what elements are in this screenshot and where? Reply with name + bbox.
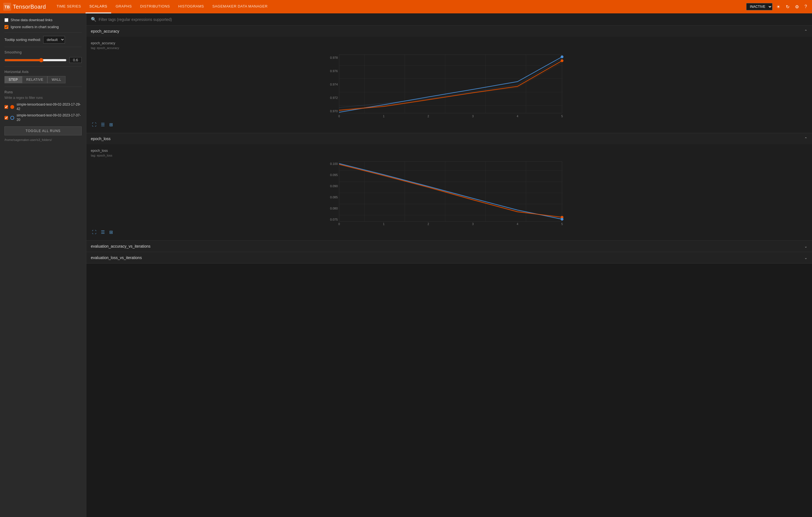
svg-text:0.970: 0.970	[330, 110, 338, 113]
svg-text:4: 4	[517, 115, 518, 118]
epoch-loss-title: epoch_loss	[91, 136, 111, 141]
svg-text:0.085: 0.085	[330, 195, 338, 199]
nav-distributions[interactable]: DISTRIBUTIONS	[136, 0, 174, 13]
svg-point-15	[561, 55, 563, 58]
show-download-label: Show data download links	[10, 18, 52, 22]
epoch-loss-actions: ⛶ ☰ ⊞	[91, 229, 808, 236]
epoch-loss-expand-btn[interactable]: ⛶	[91, 229, 97, 236]
eval-accuracy-chevron: ⌄	[804, 244, 808, 248]
tooltip-sort-label: Tooltip sorting method:	[4, 38, 41, 42]
svg-text:5: 5	[561, 115, 563, 118]
epoch-accuracy-header[interactable]: epoch_accuracy ⌃	[86, 26, 812, 37]
run-checkbox-2[interactable]	[4, 116, 8, 120]
svg-text:1: 1	[383, 115, 384, 118]
epoch-accuracy-title: epoch_accuracy	[91, 29, 119, 33]
smoothing-section-label: Smoothing	[4, 51, 82, 54]
svg-text:4: 4	[517, 222, 518, 225]
epoch-accuracy-chevron: ⌃	[804, 29, 808, 33]
ignore-outliers-label: Ignore outliers in chart scaling	[10, 25, 59, 29]
epoch-loss-chart: 0.100 0.095 0.090 0.085 0.080 0.075 0 1 …	[91, 159, 808, 226]
svg-point-32	[561, 218, 563, 221]
run-checkbox-1[interactable]	[4, 105, 8, 109]
main-layout: Show data download links Ignore outliers…	[0, 13, 812, 517]
ignore-outliers-checkbox-row[interactable]: Ignore outliers in chart scaling	[4, 25, 82, 29]
axis-wall-button[interactable]: WALL	[47, 76, 65, 83]
epoch-loss-image-btn[interactable]: ⊞	[108, 229, 114, 236]
epoch-loss-svg: 0.100 0.095 0.090 0.085 0.080 0.075 0 1 …	[91, 159, 808, 226]
axis-buttons: STEP RELATIVE WALL	[4, 76, 82, 83]
run-color-dot-2	[10, 116, 14, 120]
smoothing-row	[4, 57, 82, 63]
axis-relative-button[interactable]: RELATIVE	[22, 76, 47, 83]
brightness-button[interactable]: ☀	[775, 2, 782, 11]
epoch-accuracy-actions: ⛶ ☰ ⊞	[91, 121, 808, 128]
svg-text:3: 3	[472, 222, 474, 225]
smoothing-slider[interactable]	[4, 58, 66, 62]
svg-text:0.095: 0.095	[330, 173, 338, 177]
epoch-accuracy-data-btn[interactable]: ☰	[100, 121, 106, 128]
eval-loss-header[interactable]: evaluation_loss_vs_iterations ⌄	[86, 252, 812, 263]
nav-right: INACTIVE ☀ ↻ ⚙ ?	[746, 2, 809, 11]
horiz-axis-label: Horizontal Axis	[4, 70, 82, 74]
nav-links: TIME SERIES SCALARS GRAPHS DISTRIBUTIONS…	[53, 0, 271, 13]
svg-text:2: 2	[428, 222, 429, 225]
nav-time-series[interactable]: TIME SERIES	[53, 0, 85, 13]
axis-step-button[interactable]: STEP	[4, 76, 22, 83]
svg-text:0.972: 0.972	[330, 96, 338, 99]
show-download-checkbox-row[interactable]: Show data download links	[4, 18, 82, 22]
show-download-checkbox[interactable]	[4, 18, 8, 22]
settings-button[interactable]: ⚙	[793, 2, 801, 11]
epoch-loss-header[interactable]: epoch_loss ⌃	[86, 133, 812, 144]
svg-text:0.100: 0.100	[330, 162, 338, 165]
svg-point-16	[561, 59, 563, 62]
nav-sagemaker[interactable]: SAGEMAKER DATA MANAGER	[208, 0, 271, 13]
epoch-accuracy-image-btn[interactable]: ⊞	[108, 121, 114, 128]
epoch-accuracy-expand-btn[interactable]: ⛶	[91, 121, 97, 128]
epoch-accuracy-body: epoch_accuracy tag: epoch_accuracy 0.978…	[86, 37, 812, 133]
epoch-loss-inner-title: epoch_loss	[91, 149, 808, 153]
svg-text:0.974: 0.974	[330, 83, 338, 86]
search-icon: 🔍	[91, 17, 96, 22]
status-select[interactable]: INACTIVE	[746, 3, 773, 10]
eval-accuracy-header[interactable]: evaluation_accuracy_vs_iterations ⌄	[86, 241, 812, 252]
eval-accuracy-title: evaluation_accuracy_vs_iterations	[91, 244, 150, 248]
epoch-accuracy-section: epoch_accuracy ⌃ epoch_accuracy tag: epo…	[86, 26, 812, 133]
run-item-2[interactable]: simple-tensorboard-test-09-02-2023-17-37…	[4, 113, 82, 122]
eval-loss-title: evaluation_loss_vs_iterations	[91, 255, 142, 260]
sidebar: Show data download links Ignore outliers…	[0, 13, 86, 517]
run-name-2: simple-tensorboard-test-09-02-2023-17-37…	[17, 113, 82, 122]
nav-graphs[interactable]: GRAPHS	[112, 0, 136, 13]
logo: TB TensorBoard	[3, 3, 46, 10]
svg-text:0.978: 0.978	[330, 56, 338, 59]
epoch-loss-inner-subtitle: tag: epoch_loss	[91, 154, 808, 157]
svg-text:3: 3	[472, 115, 474, 118]
nav-scalars[interactable]: SCALARS	[86, 0, 111, 13]
runs-label: Runs	[4, 90, 82, 94]
eval-loss-section: evaluation_loss_vs_iterations ⌄	[86, 252, 812, 264]
svg-text:0.976: 0.976	[330, 69, 338, 73]
svg-text:1: 1	[383, 222, 384, 225]
ignore-outliers-checkbox[interactable]	[4, 25, 8, 29]
svg-text:2: 2	[428, 115, 429, 118]
svg-text:0: 0	[338, 222, 340, 225]
toggle-all-runs-button[interactable]: TOGGLE ALL RUNS	[4, 126, 82, 135]
epoch-loss-body: epoch_loss tag: epoch_loss 0.100 0.095	[86, 144, 812, 240]
main-content: 🔍 epoch_accuracy ⌃ epoch_accuracy tag: e…	[86, 13, 812, 517]
tooltip-sort-select[interactable]: default	[43, 36, 65, 43]
smoothing-value-input[interactable]	[69, 57, 82, 63]
epoch-loss-section: epoch_loss ⌃ epoch_loss tag: epoch_loss	[86, 133, 812, 241]
epoch-accuracy-svg: 0.978 0.976 0.974 0.972 0.970 0 1 2 3 4	[91, 52, 808, 119]
svg-text:5: 5	[561, 222, 563, 225]
filter-input[interactable]	[99, 17, 808, 22]
top-navigation: TB TensorBoard TIME SERIES SCALARS GRAPH…	[0, 0, 812, 13]
run-item-1[interactable]: simple-tensorboard-test-09-02-2023-17-29…	[4, 102, 82, 111]
epoch-loss-data-btn[interactable]: ☰	[100, 229, 106, 236]
epoch-accuracy-inner-title: epoch_accuracy	[91, 41, 808, 45]
svg-text:TB: TB	[4, 5, 10, 9]
tooltip-sort-row: Tooltip sorting method: default	[4, 36, 82, 43]
eval-loss-chevron: ⌄	[804, 255, 808, 260]
refresh-button[interactable]: ↻	[784, 2, 791, 11]
help-button[interactable]: ?	[803, 2, 809, 11]
filter-bar: 🔍	[86, 13, 812, 26]
nav-histograms[interactable]: HISTOGRAMS	[174, 0, 208, 13]
